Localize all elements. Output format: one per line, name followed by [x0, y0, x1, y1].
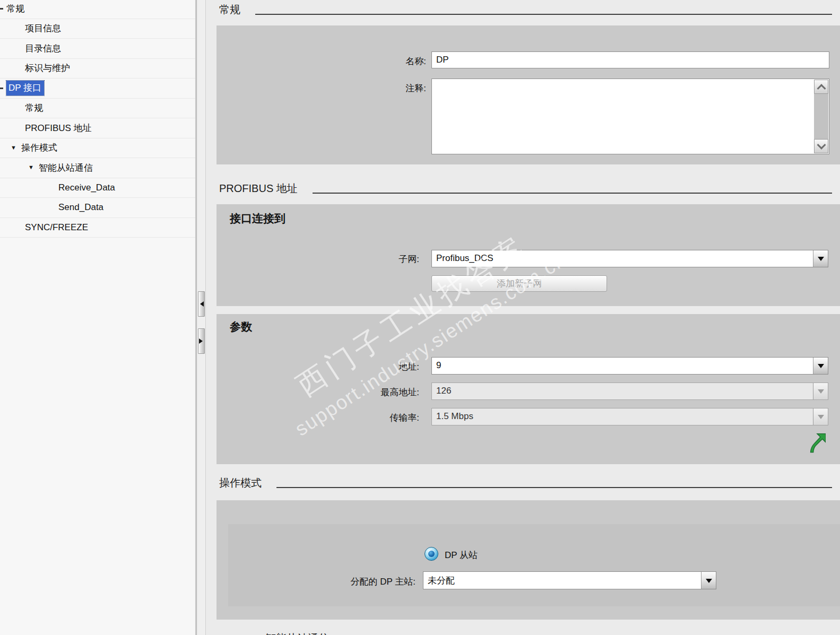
assigned-master-dropdown[interactable]: 未分配: [423, 571, 716, 589]
baud-rate-dropdown: 1.5 Mbps: [431, 408, 828, 425]
highest-address-dropdown: 126: [431, 382, 828, 400]
operating-mode-panel: DP 从站 分配的 DP 主站: 未分配: [217, 500, 840, 620]
assigned-master-value: 未分配: [423, 572, 701, 589]
section-title: 操作模式: [219, 476, 262, 490]
scroll-down-button[interactable]: [814, 139, 828, 153]
section-title: PROFIBUS 地址: [219, 181, 298, 195]
highest-address-label: 最高地址:: [308, 386, 419, 398]
subnet-dropdown[interactable]: Profibus_DCS: [431, 250, 828, 267]
dp-slave-radio-label: DP 从站: [445, 549, 478, 561]
chevron-up-icon: [817, 84, 826, 93]
baud-rate-value: 1.5 Mbps: [432, 408, 813, 425]
tree-item-sync-freeze[interactable]: SYNC/FREEZE: [0, 218, 195, 238]
address-value: 9: [432, 358, 813, 374]
tree-item-label: 常规: [25, 102, 43, 114]
address-label: 地址:: [308, 361, 419, 373]
section-rule: [313, 193, 832, 194]
tree-item-label: 标识与维护: [25, 62, 70, 74]
parameters-heading: 参数: [230, 319, 252, 334]
dropdown-arrow-icon: [818, 415, 824, 422]
tree-item-dp-interface[interactable]: DP 接口: [0, 79, 195, 99]
dropdown-button: [813, 383, 828, 399]
tree-item-dp-general[interactable]: 常规: [0, 99, 195, 119]
tree-item-label-selected: DP 接口: [6, 81, 44, 95]
dropdown-arrow-icon: [818, 257, 824, 264]
comment-textarea[interactable]: [431, 79, 829, 154]
tree-item-receive-data[interactable]: Receive_Data: [0, 178, 195, 198]
chevron-down-icon: [817, 140, 826, 149]
tree-item-label: 常规: [6, 3, 24, 15]
expand-down-icon[interactable]: ▼: [11, 144, 16, 151]
goto-subnet-icon[interactable]: [810, 432, 826, 456]
collapse-arrow-icon: [0, 8, 3, 10]
dropdown-arrow-icon: [818, 389, 824, 397]
dropdown-arrow-icon: [818, 364, 824, 371]
baud-rate-label: 传输率:: [308, 412, 419, 424]
sidebar-splitter[interactable]: [196, 0, 206, 635]
tree-item-label: 目录信息: [25, 42, 61, 55]
assigned-master-label: 分配的 DP 主站:: [297, 576, 415, 588]
tree-item-label: PROFIBUS 地址: [25, 122, 92, 134]
section-header-profibus: PROFIBUS 地址: [219, 180, 832, 195]
tree-item-label: 操作模式: [21, 142, 57, 154]
section-header-islave-partial: 智能从站通信: [265, 631, 329, 635]
triangle-right-icon: [199, 338, 205, 344]
properties-content: 常规 名称: 注释: PROFIBUS 地址 接口连接到 子网: Profibu…: [206, 0, 840, 635]
section-rule: [255, 14, 832, 15]
parameters-panel: 参数 地址: 9 最高地址: 126 传输率: 1.5 Mbps: [217, 314, 840, 464]
address-dropdown[interactable]: 9: [431, 357, 828, 375]
name-label: 名称:: [328, 55, 426, 67]
tree-item-label: 智能从站通信: [39, 162, 93, 174]
scroll-up-button[interactable]: [814, 80, 828, 94]
tree-item-project-info[interactable]: 项目信息: [0, 19, 195, 39]
dropdown-button[interactable]: [813, 358, 828, 374]
dropdown-button[interactable]: [813, 250, 828, 267]
collapse-arrow-icon: [0, 88, 3, 89]
collapse-sidebar-button[interactable]: [198, 291, 205, 317]
tree-item-identification-maintenance[interactable]: 标识与维护: [0, 59, 195, 79]
section-header-operating-mode: 操作模式: [219, 475, 832, 490]
comment-scrollbar[interactable]: [814, 80, 828, 153]
section-header-general: 常规: [219, 2, 832, 16]
tree-item-catalog-info[interactable]: 目录信息: [0, 39, 195, 59]
tree-item-operating-mode[interactable]: ▼ 操作模式: [0, 138, 195, 159]
triangle-left-icon: [197, 301, 204, 307]
tree-item-general-root[interactable]: 常规: [0, 0, 195, 19]
highest-address-value: 126: [432, 383, 813, 399]
general-panel: 名称: 注释:: [217, 25, 840, 164]
dropdown-button: [813, 408, 828, 425]
dropdown-arrow-icon: [706, 579, 712, 586]
tree-item-label: 项目信息: [25, 22, 61, 34]
navigation-tree: 常规 项目信息 目录信息 标识与维护 DP 接口 常规 PROFIBUS 地址 …: [0, 0, 196, 635]
subnet-value: Profibus_DCS: [432, 250, 813, 267]
expand-down-icon[interactable]: ▼: [28, 164, 34, 170]
tree-item-send-data[interactable]: Send_Data: [0, 198, 195, 218]
section-title: 常规: [219, 3, 240, 16]
name-input[interactable]: [431, 51, 829, 68]
add-subnet-button: 添加新子网: [431, 275, 607, 292]
subnet-label: 子网:: [313, 253, 419, 265]
tree-item-label: Send_Data: [58, 202, 103, 213]
comment-label: 注释:: [328, 82, 426, 94]
tree-item-islave-communication[interactable]: ▼ 智能从站通信: [0, 158, 195, 178]
dp-slave-radio[interactable]: [425, 547, 438, 561]
tree-item-label: SYNC/FREEZE: [25, 222, 88, 233]
tree-item-label: Receive_Data: [58, 182, 115, 193]
section-rule: [276, 487, 832, 488]
dropdown-button[interactable]: [701, 572, 716, 589]
dp-slave-group: DP 从站 分配的 DP 主站: 未分配: [228, 524, 840, 606]
interface-connected-heading: 接口连接到: [230, 211, 285, 226]
interface-panel: 接口连接到 子网: Profibus_DCS 添加新子网: [217, 204, 840, 306]
expand-sidebar-button[interactable]: [198, 328, 205, 354]
tree-item-profibus-address[interactable]: PROFIBUS 地址: [0, 118, 195, 138]
